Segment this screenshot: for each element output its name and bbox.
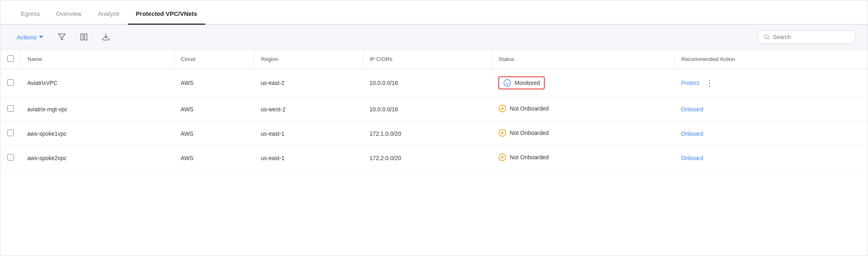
- svg-point-6: [504, 80, 511, 87]
- table-row: AviatrixVPCAWSus-east-210.0.0.0/16 Monit…: [0, 69, 868, 97]
- columns-icon[interactable]: [77, 30, 91, 43]
- action-link-onboard[interactable]: Onboard: [681, 155, 703, 161]
- not-onboarded-icon: [498, 104, 506, 113]
- row-action: Onboard: [675, 121, 868, 146]
- action-link-onboard[interactable]: Onboard: [681, 130, 703, 137]
- row-checkbox-1[interactable]: [7, 105, 14, 112]
- row-status: Not Onboarded: [492, 97, 675, 121]
- tab-analyze[interactable]: Analyze: [90, 4, 127, 25]
- col-cloud: Cloud: [174, 50, 254, 69]
- row-status: Monitored: [492, 69, 675, 97]
- row-ip-cidrs: 172.1.0.0/20: [363, 121, 492, 146]
- action-col: Onboard: [681, 130, 861, 137]
- select-all-col[interactable]: [0, 50, 21, 69]
- filter-icon[interactable]: [55, 30, 69, 43]
- status-not-onboarded-badge: Not Onboarded: [498, 129, 549, 137]
- tab-protected-vpc[interactable]: Protected VPC/VNets: [128, 4, 206, 25]
- row-region: us-east-1: [254, 121, 363, 146]
- select-all-checkbox[interactable]: [7, 55, 14, 62]
- status-text: Not Onboarded: [510, 105, 549, 112]
- search-box[interactable]: [758, 30, 855, 43]
- tab-egress[interactable]: Egress: [13, 4, 48, 25]
- col-ip-cidrs: IP CIDRs: [363, 50, 492, 69]
- action-link-protect[interactable]: Protect: [681, 80, 699, 86]
- row-region: us-east-1: [254, 146, 363, 170]
- vpcs-table: Name Cloud Region IP CIDRs Status Recomm…: [0, 50, 868, 170]
- search-icon: [764, 34, 769, 40]
- col-recommended-action: Recommended Action: [675, 50, 868, 69]
- svg-point-12: [502, 132, 504, 134]
- status-text: Not Onboarded: [510, 130, 549, 136]
- row-ip-cidrs: 10.0.0.0/16: [363, 97, 492, 121]
- row-ip-cidrs: 10.0.0.0/16: [363, 69, 492, 97]
- table-row: aws-spoke2vpcAWSus-east-1172.2.0.0/20 No…: [0, 146, 868, 170]
- actions-button[interactable]: Actions: [13, 31, 47, 43]
- table-row: aws-spoke1vpcAWSus-east-1172.1.0.0/20 No…: [0, 121, 868, 146]
- row-checkbox-cell: [0, 146, 21, 170]
- row-ip-cidrs: 172.2.0.0/20: [363, 146, 492, 170]
- action-link-onboard[interactable]: Onboard: [681, 106, 703, 113]
- not-onboarded-icon: [498, 129, 506, 137]
- status-text: Monitored: [515, 80, 540, 86]
- download-icon[interactable]: [99, 30, 113, 43]
- svg-marker-0: [59, 34, 66, 40]
- svg-rect-2: [85, 34, 87, 40]
- tab-overview[interactable]: Overview: [48, 4, 90, 25]
- table-container: Name Cloud Region IP CIDRs Status Recomm…: [0, 50, 868, 256]
- status-text: Not Onboarded: [510, 154, 549, 161]
- action-col: Onboard: [681, 155, 861, 161]
- row-name: aws-spoke1vpc: [21, 121, 174, 146]
- row-action: Protect⋮: [675, 69, 868, 97]
- row-name: aviatrix-mgt-vpc: [21, 97, 174, 121]
- row-cloud: AWS: [174, 121, 254, 146]
- svg-point-14: [502, 156, 504, 158]
- row-name: AviatrixVPC: [21, 69, 174, 97]
- row-action: Onboard: [675, 146, 868, 170]
- more-options-button[interactable]: ⋮: [703, 77, 716, 89]
- row-checkbox-cell: [0, 97, 21, 121]
- monitored-icon: [503, 79, 511, 87]
- search-input[interactable]: [773, 34, 849, 40]
- row-cloud: AWS: [174, 69, 254, 97]
- toolbar: Actions: [0, 25, 868, 50]
- row-region: us-east-2: [254, 69, 363, 97]
- row-status: Not Onboarded: [492, 146, 675, 170]
- row-checkbox-3[interactable]: [7, 154, 14, 161]
- table-row: aviatrix-mgt-vpcAWSus-west-210.0.0.0/16 …: [0, 97, 868, 121]
- row-action: Onboard: [675, 97, 868, 121]
- status-not-onboarded-badge: Not Onboarded: [498, 153, 549, 161]
- row-checkbox-cell: [0, 69, 21, 97]
- row-cloud: AWS: [174, 97, 254, 121]
- col-region: Region: [254, 50, 363, 69]
- row-checkbox-0[interactable]: [7, 79, 14, 86]
- svg-line-5: [768, 38, 769, 39]
- col-name: Name: [21, 50, 174, 69]
- svg-rect-1: [81, 34, 83, 40]
- actions-label: Actions: [17, 34, 37, 41]
- action-col: Onboard: [681, 106, 861, 113]
- row-checkbox-2[interactable]: [7, 130, 14, 136]
- page-wrapper: Egress Overview Analyze Protected VPC/VN…: [0, 0, 868, 256]
- chevron-down-icon: [39, 36, 43, 38]
- action-col: Protect⋮: [681, 77, 861, 89]
- svg-point-10: [502, 108, 504, 110]
- tab-bar: Egress Overview Analyze Protected VPC/VN…: [0, 0, 868, 25]
- row-cloud: AWS: [174, 146, 254, 170]
- table-body: AviatrixVPCAWSus-east-210.0.0.0/16 Monit…: [0, 69, 868, 170]
- col-status: Status: [492, 50, 675, 69]
- status-not-onboarded-badge: Not Onboarded: [498, 104, 549, 113]
- row-checkbox-cell: [0, 121, 21, 146]
- row-name: aws-spoke2vpc: [21, 146, 174, 170]
- row-region: us-west-2: [254, 97, 363, 121]
- not-onboarded-icon: [498, 153, 506, 161]
- status-monitored-badge: Monitored: [498, 76, 545, 89]
- table-header-row: Name Cloud Region IP CIDRs Status Recomm…: [0, 50, 868, 69]
- row-status: Not Onboarded: [492, 121, 675, 146]
